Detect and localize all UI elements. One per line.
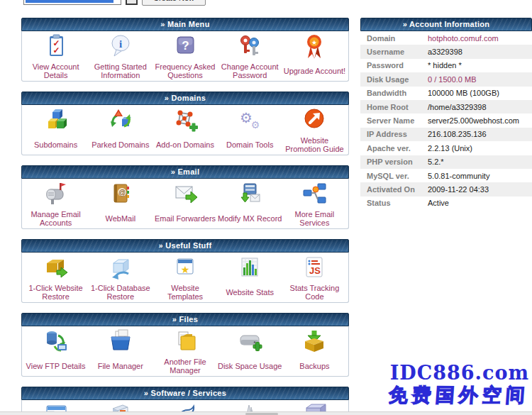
- menu-item-label: More Email Services: [282, 209, 347, 228]
- account-row-value: * hidden *: [428, 61, 462, 70]
- menu-item-label: Email Forwarders: [155, 209, 216, 228]
- menu-item-webmail[interactable]: @WebMail: [88, 179, 153, 228]
- watermark-line1: IDC886.com: [389, 363, 529, 384]
- menu-item-label: Domain Tools: [226, 135, 273, 154]
- account-info-panel: » Account Information Domainhotphoto.com…: [360, 18, 532, 210]
- menu-item-label: Website Templates: [153, 283, 217, 301]
- menu-item-view-account-details[interactable]: ✓✓View Account Details: [23, 32, 88, 80]
- menu-item-add-on-domains[interactable]: Add-on Domains: [153, 106, 217, 154]
- menu-item-label: Website Stats: [226, 283, 274, 301]
- account-row-value: 5.0.81-community: [428, 172, 489, 180]
- domain-select-input[interactable]: [23, 0, 121, 5]
- menu-item-view-ftp-details[interactable]: View FTP Details: [23, 327, 88, 375]
- section-header: » Software / Services: [21, 387, 349, 400]
- getting-started-info-icon: i: [106, 32, 135, 62]
- account-row-bandwidth: Bandwidth100000 MB (100GB): [360, 87, 532, 100]
- go-button[interactable]: [126, 0, 138, 5]
- menu-item-label: Website Promotion Guide: [282, 135, 347, 154]
- section-useful-stuff: » Useful Stuff1-Click Website Restore1-C…: [21, 239, 349, 303]
- menu-item-1-click-website-restore[interactable]: 1-Click Website Restore: [23, 253, 88, 301]
- account-row-username: Usernamea3329398: [360, 45, 532, 58]
- account-row-label: PHP version: [360, 157, 428, 166]
- account-row-value: Active: [428, 199, 449, 207]
- menu-item-backups[interactable]: Backups: [282, 327, 347, 375]
- menu-item-more-email-services[interactable]: More Email Services: [282, 179, 347, 228]
- menu-item-label: Another File Manager: [153, 357, 217, 375]
- section-body: View FTP DetailsFile ManagerAnother File…: [21, 326, 349, 377]
- menu-item-upgrade-account[interactable]: ★Upgrade Account!: [282, 32, 347, 80]
- account-row-label: MySQL ver.: [360, 172, 428, 180]
- menu-item-getting-started-information[interactable]: iGetting Started Information: [88, 32, 153, 80]
- watermark-line2: 免费国外空间: [388, 384, 530, 406]
- section-header: » Email: [21, 165, 349, 179]
- watermark: IDC886.com 免费国外空间: [389, 363, 529, 406]
- menu-item-label: Add-on Domains: [156, 135, 214, 154]
- menu-item-another-file-manager[interactable]: Another File Manager: [153, 327, 217, 375]
- account-row-label: Domain: [360, 34, 428, 43]
- account-row-apache-ver: Apache ver.2.2.13 (Unix): [360, 141, 532, 155]
- account-info-rows: Domainhotphoto.comuf.comUsernamea3329398…: [360, 31, 532, 210]
- parked-domains-icon: [106, 106, 135, 135]
- menu-item-label: Frequency Asked Questions: [153, 62, 217, 80]
- menu-item-file-manager[interactable]: File Manager: [88, 327, 153, 375]
- menu-item-modify-mx-record[interactable]: Modify MX Record: [218, 179, 282, 228]
- section-header: » Useful Stuff: [21, 239, 349, 253]
- menu-item-label: Disk Space Usage: [218, 357, 282, 375]
- section-software-services: » Software / Servicesphpphp: [21, 387, 349, 415]
- section-domains: » DomainsSubdomainsParked DomainsAdd-on …: [21, 92, 349, 155]
- email-services-chart-icon: [300, 179, 328, 209]
- section-header: » Files: [21, 313, 349, 326]
- create-new-button[interactable]: Create New: [142, 0, 206, 6]
- section-body: ✓✓View Account DetailsiGetting Started I…: [21, 31, 349, 82]
- menu-item-email-forwarders[interactable]: Email Forwarders: [153, 179, 217, 228]
- change-password-keys-icon: [235, 32, 264, 62]
- section-email: » EmailManage Email Accounts@WebMailEmai…: [21, 165, 349, 229]
- menu-item-website-promotion-guide[interactable]: Website Promotion Guide: [282, 106, 347, 154]
- top-toolbar: Create New: [0, 0, 532, 7]
- svg-text:i: i: [119, 38, 122, 50]
- subdomains-cubes-icon: [42, 106, 70, 135]
- webmail-book-icon: @: [106, 179, 135, 209]
- account-row-value: 5.2.*: [428, 157, 444, 166]
- disk-drive-plus-icon: [235, 327, 264, 357]
- svg-text:⚙: ⚙: [251, 119, 260, 131]
- menu-item-label: View Account Details: [23, 62, 88, 80]
- menu-item-subdomains[interactable]: Subdomains: [23, 106, 88, 154]
- domain-tools-gears-icon: ⚙⚙: [235, 106, 264, 135]
- menu-item-1-click-database-restore[interactable]: 1-Click Database Restore: [88, 253, 153, 301]
- menu-item-label: 1-Click Website Restore: [23, 283, 88, 301]
- envelope-forward-icon: [171, 179, 199, 209]
- selected-text-highlight: [26, 0, 113, 3]
- menu-item-domain-tools[interactable]: ⚙⚙Domain Tools: [218, 106, 282, 154]
- file-manager-folder-icon: [106, 327, 135, 357]
- menu-item-website-stats[interactable]: Website Stats: [218, 253, 282, 301]
- website-promotion-arrow-icon: [300, 106, 328, 135]
- account-row-mysql-ver: MySQL ver.5.0.81-community: [360, 169, 532, 182]
- website-restore-box-icon: [42, 253, 70, 283]
- account-row-password: Password* hidden *: [360, 59, 532, 72]
- menu-item-disk-space-usage[interactable]: Disk Space Usage: [218, 327, 282, 375]
- stats-bars-icon: [235, 253, 264, 283]
- menu-item-stats-tracking-code[interactable]: JSStats Tracking Code: [282, 253, 347, 301]
- section-header: » Domains: [21, 92, 349, 105]
- horizontal-scrollbar[interactable]: [0, 411, 532, 415]
- menu-sections-column: » Main Menu✓✓View Account DetailsiGettin…: [21, 18, 349, 415]
- yellow-folder-doc-icon: [171, 327, 199, 357]
- cpanel-page: Create New » Main Menu✓✓View Account Det…: [0, 0, 532, 415]
- menu-item-website-templates[interactable]: ★Website Templates: [153, 253, 217, 301]
- menu-item-parked-domains[interactable]: Parked Domains: [88, 106, 153, 154]
- account-row-value: 100000 MB (100GB): [428, 89, 499, 97]
- account-row-ip-address: IP Address216.108.235.136: [360, 128, 532, 141]
- section-body: SubdomainsParked DomainsAdd-on Domains⚙⚙…: [21, 105, 349, 155]
- menu-item-label: Change Account Password: [218, 62, 282, 80]
- menu-item-change-account-password[interactable]: Change Account Password: [218, 32, 282, 80]
- account-row-home-root: Home Root/home/a3329398: [360, 100, 532, 114]
- account-row-value[interactable]: hotphoto.comuf.com: [428, 34, 499, 43]
- account-row-activated-on: Activated On2009-11-22 04:33: [360, 182, 532, 196]
- account-row-value[interactable]: 0 / 1500.0 MB: [428, 75, 477, 84]
- menu-item-manage-email-accounts[interactable]: Manage Email Accounts: [23, 179, 88, 228]
- account-row-value: a3329398: [428, 48, 462, 56]
- account-row-label: Disk Usage: [360, 75, 428, 84]
- account-row-label: Server Name: [360, 116, 428, 125]
- menu-item-frequency-asked-questions[interactable]: ?Frequency Asked Questions: [153, 32, 217, 80]
